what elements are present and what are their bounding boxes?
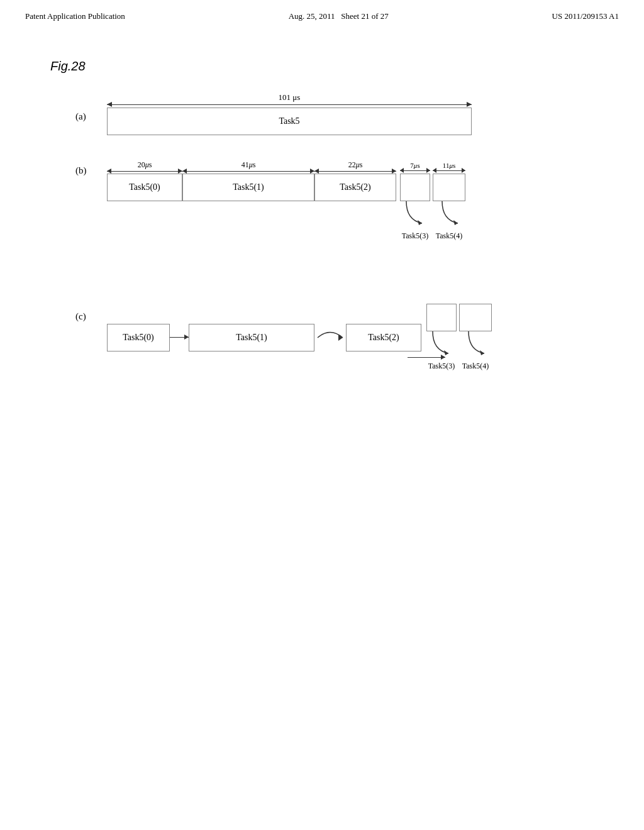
part-a-row: (a) 101 μs Task5: [75, 92, 594, 135]
c-task4-box: [459, 304, 492, 331]
part-a-duration: 101 μs: [279, 92, 301, 102]
part-b-boxes-row: Task5(0) Task5(1) Task5(2): [107, 174, 579, 241]
part-b-row: (b) 20μs: [75, 160, 594, 241]
b-seg2-arrow: 22μs: [314, 160, 396, 172]
b-task2-box: Task5(2): [314, 174, 396, 201]
b-small-arrows: 7μs 11μs: [400, 162, 465, 171]
c-curve-arrow-3: [420, 331, 458, 357]
part-b-label: (b): [75, 160, 94, 176]
c-arrow-23: [408, 357, 445, 358]
main-content: Fig.28 (a) 101 μs Task5: [0, 21, 644, 358]
c-task4-label: Task5(4): [462, 362, 489, 371]
part-c-label: (c): [75, 304, 94, 322]
c-task0-box: Task5(0): [107, 324, 170, 351]
c-task3-label: Task5(3): [428, 362, 455, 371]
svg-marker-4: [480, 350, 484, 355]
c-arrow-01: [170, 337, 189, 338]
c-curved-arrow-12: [314, 324, 346, 351]
header-right: US 2011/209153 A1: [552, 11, 619, 21]
curve-arrow-3: [394, 201, 431, 226]
b-seg1-arrow: 41μs: [182, 160, 314, 172]
svg-marker-1: [453, 220, 458, 225]
svg-marker-0: [418, 220, 422, 225]
diagram-container: (a) 101 μs Task5: [50, 92, 594, 358]
header-center: Aug. 25, 2011 Sheet 21 of 27: [289, 11, 389, 21]
b-small-boxes-group: Task5(3) Task5(4): [400, 174, 465, 241]
b-task1-box: Task5(1): [182, 174, 314, 201]
part-a-label: (a): [75, 92, 94, 122]
c-small-group: Task5(3) Task5(4): [426, 304, 492, 371]
curve-arrow-4: [430, 201, 467, 226]
b-task4-label: Task5(4): [436, 231, 462, 241]
header-left: Patent Application Publication: [25, 11, 125, 21]
part-a-diagram: 101 μs Task5: [107, 92, 472, 135]
part-c-row: (c) Task5(0) Task5(1): [75, 304, 594, 358]
b-task0-box: Task5(0): [107, 174, 182, 201]
page-header: Patent Application Publication Aug. 25, …: [0, 0, 644, 21]
part-b-arrows-row: 20μs 41μs: [107, 160, 579, 172]
part-c-diagram: Task5(0) Task5(1): [107, 304, 579, 358]
part-c-boxes-row: Task5(0) Task5(1): [107, 304, 579, 371]
part-a-arrow-line: [107, 104, 472, 105]
c-task2-box: Task5(2): [346, 324, 421, 351]
b-task3-label: Task5(3): [402, 231, 428, 241]
c-curve-arrow-4: [456, 331, 494, 357]
c-task1-box: Task5(1): [189, 324, 314, 351]
b-task3-box: [400, 174, 430, 201]
part-a-task-box: Task5: [107, 108, 472, 135]
part-b-diagram: 20μs 41μs: [107, 160, 579, 241]
b-seg0-arrow: 20μs: [107, 160, 182, 172]
b-task4-box: [433, 174, 465, 201]
c-task3-box: [426, 304, 457, 331]
figure-label: Fig.28: [50, 59, 594, 74]
